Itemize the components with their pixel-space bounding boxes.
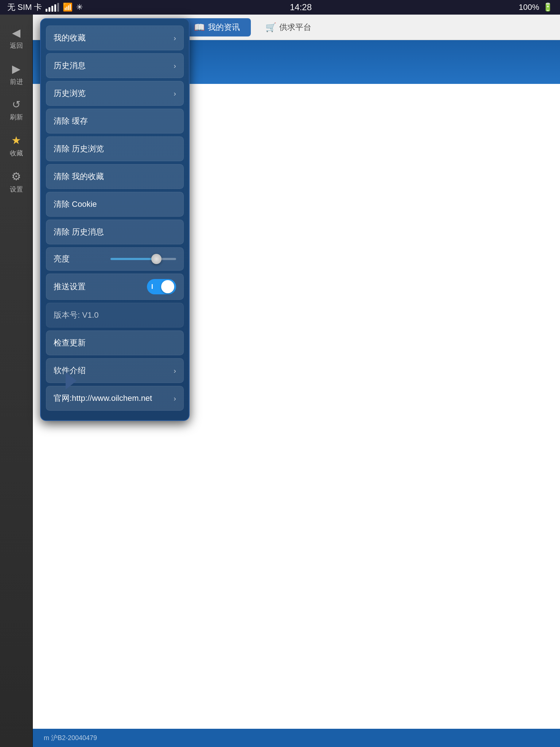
push-settings-row: 推送设置 I xyxy=(46,274,184,300)
toggle-knob xyxy=(161,280,174,293)
sidebar-item-refresh[interactable]: ↺ 刷新 xyxy=(0,94,32,126)
forward-icon: ▶ xyxy=(12,62,20,75)
page-footer: m 沪B2-20040479 xyxy=(33,729,560,747)
menu-official-site[interactable]: 官网:http://www.oilchem.net › xyxy=(46,386,184,411)
back-label: 返回 xyxy=(10,41,23,50)
tab-my[interactable]: 📖 我的资讯 xyxy=(183,18,251,36)
chevron-right-icon: › xyxy=(174,367,176,375)
main-layout: ◀ 返回 ▶ 前进 ↺ 刷新 ★ 收藏 ⚙ 设置 📊 财经频道 📋 xyxy=(0,15,560,747)
chevron-right-icon: › xyxy=(174,89,176,98)
push-label: 推送设置 xyxy=(54,281,86,292)
back-icon: ◀ xyxy=(12,26,20,39)
menu-history-browse[interactable]: 历史浏览 › xyxy=(46,81,184,106)
menu-clear-favorites[interactable]: 清除 我的收藏 xyxy=(46,164,184,189)
settings-panel: 我的收藏 › 历史消息 › 历史浏览 › 清除 缓存 清除 历史浏览 xyxy=(40,18,190,421)
clear-history-label: 清除 历史浏览 xyxy=(54,143,104,154)
history-browse-label: 历史浏览 xyxy=(54,88,86,99)
chevron-right-icon: › xyxy=(174,34,176,42)
gear-icon: ⚙ xyxy=(11,170,21,183)
forward-label: 前进 xyxy=(10,77,23,86)
status-bar: 无 SIM 卡 📶 ✳ 14:28 100% 🔋 xyxy=(0,0,560,15)
sidebar: ◀ 返回 ▶ 前进 ↺ 刷新 ★ 收藏 ⚙ 设置 xyxy=(0,15,33,747)
tab-supply-label: 供求平台 xyxy=(279,22,311,33)
brightness-row: 亮度 xyxy=(46,247,184,271)
clear-favorites-label: 清除 我的收藏 xyxy=(54,171,104,182)
menu-clear-messages[interactable]: 清除 历史消息 xyxy=(46,220,184,244)
brightness-thumb[interactable] xyxy=(151,254,162,264)
menu-clear-cookie[interactable]: 清除 Cookie xyxy=(46,192,184,217)
clear-cookie-label: 清除 Cookie xyxy=(54,199,97,210)
sidebar-item-favorite[interactable]: ★ 收藏 xyxy=(0,129,32,162)
battery-label: 100% xyxy=(519,3,539,12)
menu-history-messages[interactable]: 历史消息 › xyxy=(46,53,184,78)
status-right: 100% 🔋 xyxy=(519,3,553,12)
menu-clear-history[interactable]: 清除 历史浏览 xyxy=(46,136,184,161)
battery-icon: 🔋 xyxy=(543,3,553,12)
wifi-icon: 📶 xyxy=(63,3,73,12)
toggle-on-text: I xyxy=(151,283,153,291)
content-area: 📊 财经频道 📋 石化资讯 📖 我的资讯 🛒 供求平台 机石化网 xyxy=(33,15,560,747)
clear-cache-label: 清除 缓存 xyxy=(54,116,88,127)
panel-pointer xyxy=(66,372,77,390)
refresh-label: 刷新 xyxy=(10,113,23,121)
tab-my-label: 我的资讯 xyxy=(208,22,240,33)
favorite-label: 收藏 xyxy=(10,149,23,158)
settings-label: 设置 xyxy=(10,185,23,194)
sidebar-item-settings[interactable]: ⚙ 设置 xyxy=(0,166,32,198)
chevron-right-icon: › xyxy=(174,394,176,403)
check-update-label: 检查更新 xyxy=(54,337,86,348)
history-messages-label: 历史消息 xyxy=(54,60,86,71)
chevron-right-icon: › xyxy=(174,62,176,70)
brightness-label: 亮度 xyxy=(54,253,70,264)
loading-icon: ✳ xyxy=(76,3,83,12)
status-left: 无 SIM 卡 📶 ✳ xyxy=(7,2,83,13)
version-label: 版本号: V1.0 xyxy=(54,310,98,320)
clear-messages-label: 清除 历史消息 xyxy=(54,227,104,237)
menu-my-favorites[interactable]: 我的收藏 › xyxy=(46,26,184,50)
time-display: 14:28 xyxy=(290,2,312,12)
supply-icon: 🛒 xyxy=(265,22,276,32)
official-site-label: 官网:http://www.oilchem.net xyxy=(54,393,152,404)
brightness-slider[interactable] xyxy=(110,258,176,260)
star-icon: ★ xyxy=(11,134,21,147)
my-icon: 📖 xyxy=(194,22,205,32)
refresh-icon: ↺ xyxy=(12,98,20,111)
sidebar-item-forward[interactable]: ▶ 前进 xyxy=(0,58,32,90)
version-row: 版本号: V1.0 xyxy=(46,303,184,328)
push-toggle[interactable]: I xyxy=(147,279,176,294)
footer-text: m 沪B2-20040479 xyxy=(44,734,97,742)
carrier-label: 无 SIM 卡 xyxy=(7,2,42,13)
menu-check-update[interactable]: 检查更新 xyxy=(46,330,184,355)
signal-icon xyxy=(46,3,59,12)
menu-clear-cache[interactable]: 清除 缓存 xyxy=(46,109,184,133)
my-favorites-label: 我的收藏 xyxy=(54,32,86,43)
sidebar-item-back[interactable]: ◀ 返回 xyxy=(0,22,32,54)
tab-supply[interactable]: 🛒 供求平台 xyxy=(254,18,322,36)
